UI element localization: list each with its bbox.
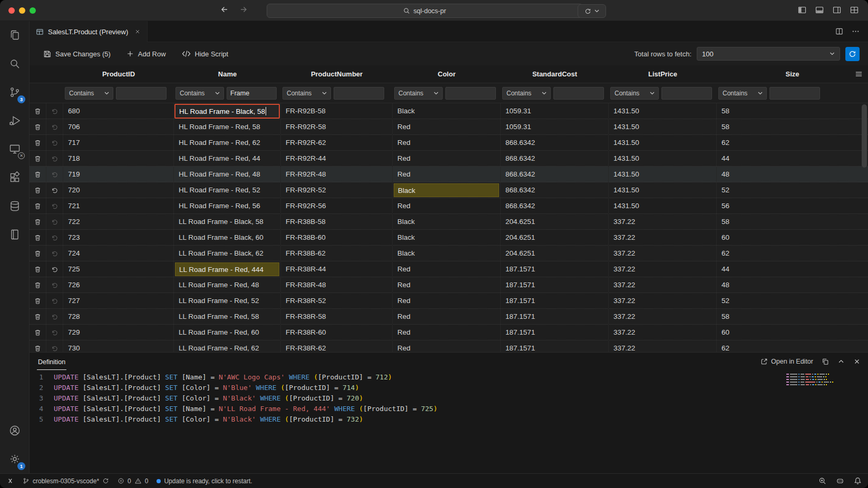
problems-status-item[interactable]: 0 0	[118, 477, 148, 485]
cell-name[interactable]: LL Road Frame - Red, 52	[174, 293, 281, 309]
cell-id[interactable]: 730	[63, 340, 174, 352]
cell-cost[interactable]: 204.6251	[501, 214, 609, 230]
delete-row-button[interactable]	[30, 230, 46, 246]
cell-cost[interactable]: 1059.31	[501, 119, 609, 135]
cell-number[interactable]: FR-R38B-62	[281, 246, 393, 261]
cell-size[interactable]: 48	[717, 277, 868, 293]
cell-cost[interactable]: 204.6251	[501, 230, 609, 246]
cell-cost[interactable]: 868.6342	[501, 135, 609, 151]
cell-size[interactable]: 52	[717, 182, 868, 198]
filter-operator-size[interactable]: Contains	[718, 87, 767, 100]
undo-row-button[interactable]	[46, 167, 63, 182]
cell-cost[interactable]: 204.6251	[501, 246, 609, 261]
cell-name[interactable]: HL Road Frame - Red, 62	[174, 135, 281, 151]
sql-script-editor[interactable]: 1UPDATE [SalesLT].[Product] SET [Name] =…	[30, 370, 868, 473]
cell-color[interactable]: Red	[393, 340, 501, 352]
undo-row-button[interactable]	[46, 119, 63, 135]
cell-id[interactable]: 721	[63, 198, 174, 214]
filter-input-name[interactable]	[227, 87, 277, 100]
cell-price[interactable]: 337.22	[609, 293, 717, 309]
command-center-search[interactable]: sql-docs-pr	[267, 4, 583, 18]
cell-size[interactable]: 52	[717, 293, 868, 309]
minimize-window-button[interactable]	[19, 7, 25, 14]
sidebar-item-extensions[interactable]	[0, 163, 29, 192]
save-changes-button[interactable]: Save Changes (5)	[43, 50, 111, 58]
delete-row-button[interactable]	[30, 167, 46, 182]
column-header-productnumber[interactable]: ProductNumber	[281, 70, 393, 78]
cell-price[interactable]: 1431.50	[609, 182, 717, 198]
cell-cost[interactable]: 868.6342	[501, 151, 609, 167]
cell-color[interactable]: Red	[393, 151, 501, 167]
sidebar-item-search[interactable]	[0, 50, 29, 78]
filter-input-listprice[interactable]	[661, 87, 712, 100]
column-header-size[interactable]: Size	[717, 70, 868, 78]
cell-color[interactable]: Red	[393, 293, 501, 309]
cell-number[interactable]: FR-R92R-48	[281, 167, 393, 182]
cell-size[interactable]: 44	[717, 151, 868, 167]
cell-price[interactable]: 337.22	[609, 230, 717, 246]
titlebar-sync-dropdown[interactable]	[578, 4, 606, 18]
layout-sidebar-icon[interactable]	[798, 6, 806, 14]
cell-number[interactable]: FR-R92R-52	[281, 182, 393, 198]
remote-indicator[interactable]	[6, 477, 14, 485]
vertical-scrollbar[interactable]	[862, 104, 867, 351]
filter-operator-color[interactable]: Contains	[394, 87, 443, 100]
cell-cost[interactable]: 187.1571	[501, 309, 609, 325]
cell-cost[interactable]: 868.6342	[501, 182, 609, 198]
cell-id[interactable]: 725	[63, 261, 174, 277]
cell-id[interactable]: 729	[63, 325, 174, 340]
filter-operator-listprice[interactable]: Contains	[610, 87, 659, 100]
grid-menu-icon[interactable]	[855, 70, 863, 78]
cell-price[interactable]: 337.22	[609, 325, 717, 340]
cell-number[interactable]: FR-R38B-58	[281, 214, 393, 230]
cell-id[interactable]: 680	[63, 103, 174, 119]
filter-input-size[interactable]	[769, 87, 820, 100]
sidebar-item-source-control[interactable]: 3	[0, 78, 29, 106]
cell-name[interactable]: HL Road Frame - Red, 58	[174, 119, 281, 135]
delete-row-button[interactable]	[30, 261, 46, 277]
close-window-button[interactable]	[8, 7, 15, 14]
cell-cost[interactable]: 187.1571	[501, 340, 609, 352]
undo-row-button[interactable]	[46, 182, 63, 198]
cell-price[interactable]: 1431.50	[609, 119, 717, 135]
branch-status-item[interactable]: croblesm-0305-vscode*	[23, 477, 109, 485]
cell-price[interactable]: 337.22	[609, 340, 717, 352]
column-header-standardcost[interactable]: StandardCost	[501, 70, 609, 78]
delete-row-button[interactable]	[30, 277, 46, 293]
back-arrow-icon[interactable]	[220, 5, 229, 14]
copy-icon[interactable]	[822, 358, 829, 365]
undo-row-button[interactable]	[46, 277, 63, 293]
cell-number[interactable]: FR-R92R-44	[281, 151, 393, 167]
delete-row-button[interactable]	[30, 135, 46, 151]
scrollbar-thumb[interactable]	[862, 104, 867, 168]
cell-name[interactable]: HL Road Frame - Red, 44	[174, 151, 281, 167]
delete-row-button[interactable]	[30, 198, 46, 214]
cell-name[interactable]: LL Road Frame - Red, 48	[174, 277, 281, 293]
filter-operator-standardcost[interactable]: Contains	[502, 87, 551, 100]
cell-id[interactable]: 717	[63, 135, 174, 151]
bell-icon[interactable]	[854, 477, 862, 485]
cell-number[interactable]: FR-R38R-58	[281, 309, 393, 325]
undo-row-button[interactable]	[46, 340, 63, 352]
close-panel-icon[interactable]	[853, 358, 861, 365]
column-header-listprice[interactable]: ListPrice	[609, 70, 717, 78]
filter-input-standardcost[interactable]	[553, 87, 604, 100]
cell-number[interactable]: FR-R38R-48	[281, 277, 393, 293]
cell-color[interactable]: Black	[393, 214, 501, 230]
cell-size[interactable]: 58	[717, 214, 868, 230]
cell-number[interactable]: FR-R38B-60	[281, 230, 393, 246]
cell-size[interactable]: 44	[717, 261, 868, 277]
cell-id[interactable]: 727	[63, 293, 174, 309]
tab-salesltproduct-preview[interactable]: SalesLT.Product (Preview)	[30, 21, 148, 42]
open-in-editor-button[interactable]: Open in Editor	[760, 358, 813, 365]
cell-name[interactable]: LL Road Frame - Black, 62	[174, 246, 281, 261]
cell-color[interactable]: Red	[393, 309, 501, 325]
cell-cost[interactable]: 1059.31	[501, 103, 609, 119]
cell-size[interactable]: 62	[717, 246, 868, 261]
cell-number[interactable]: FR-R38R-60	[281, 325, 393, 340]
column-header-productid[interactable]: ProductID	[63, 70, 174, 78]
cell-size[interactable]: 58	[717, 309, 868, 325]
cell-price[interactable]: 1431.50	[609, 103, 717, 119]
cell-name[interactable]: LL Road Frame - Black, 60	[174, 230, 281, 246]
undo-row-button[interactable]	[46, 103, 63, 119]
